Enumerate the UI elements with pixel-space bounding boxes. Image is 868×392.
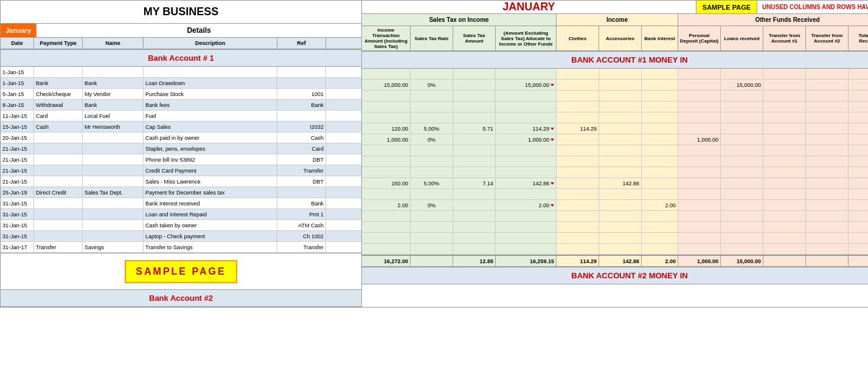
sales-amount-cell — [453, 222, 496, 232]
description-cell: Purchase Stock — [144, 89, 277, 99]
right-panel: JANUARY SAMPLE PAGE UNUSED COLUMNS AND R… — [362, 0, 868, 308]
business-title-text: MY BUSINESS — [144, 5, 219, 18]
loans-received-cell — [721, 156, 763, 167]
personal-deposit-cell — [678, 112, 721, 123]
january-cell: January — [1, 24, 36, 37]
ref-cell: Pmt 1 — [277, 209, 326, 219]
payment-type-cell — [34, 209, 83, 219]
right-january-cell: JANUARY — [362, 1, 696, 13]
sales-tax-amount-subheader: Sales Tax Amount — [453, 26, 496, 50]
description-header-text: Description — [195, 40, 226, 46]
bank-account-1-header: Bank Account # 1 — [1, 49, 361, 67]
table-row: 31-Jan-15 Loan and Interest Repaid Pmt 1 — [1, 209, 361, 220]
date-cell: 15-Jan-15 — [1, 122, 34, 132]
accessories-cell — [599, 112, 642, 123]
bank-interest-cell — [642, 233, 678, 243]
right-table-row — [362, 222, 868, 233]
loans-received-cell — [721, 189, 763, 199]
sales-rate-cell: 0% — [411, 80, 453, 90]
transfer1-cell — [763, 112, 806, 123]
transfer2-cell — [806, 156, 849, 167]
transfer1-cell — [763, 211, 806, 221]
right-table-row — [362, 91, 868, 101]
description-cell: Laptop - Check payment — [144, 231, 277, 241]
total-transfer2 — [806, 256, 849, 266]
table-row: 31-Jan-17 Transfer Savings Transfer to S… — [1, 242, 361, 253]
table-row: 21-Jan-15 Phone bill Inv 53892 DBT — [1, 154, 361, 165]
personal-deposit-label: Personal Deposit (Capital) — [679, 33, 719, 44]
sales-amount-cell — [453, 101, 496, 112]
clothes-cell — [557, 200, 599, 210]
name-cell — [83, 220, 144, 230]
loans-received-cell — [721, 123, 763, 134]
allocate-cell — [496, 167, 557, 177]
accessories-cell — [599, 222, 642, 232]
name-cell: Savings — [83, 242, 144, 252]
ref-cell — [277, 111, 326, 121]
loans-received-cell — [721, 134, 763, 145]
description-header: Description — [144, 38, 277, 49]
accessories-subheader: Accessories — [599, 26, 642, 50]
total-bank-interest: 2.00 — [642, 256, 678, 266]
sales-rate-cell — [411, 244, 453, 254]
date-cell: 21-Jan-15 — [1, 143, 34, 154]
total-sales-amount: 12.85 — [453, 256, 496, 266]
accessories-cell — [599, 69, 642, 79]
personal-deposit-cell — [678, 167, 721, 177]
name-cell — [83, 176, 144, 187]
date-cell: 5-Jan-15 — [1, 89, 34, 99]
name-cell — [83, 165, 144, 176]
bank-interest-cell — [642, 156, 678, 167]
description-cell: Transfer to Savings — [144, 242, 277, 252]
right-table-row — [362, 69, 868, 80]
bank-interest-cell — [642, 80, 678, 90]
personal-deposit-cell — [678, 101, 721, 112]
bank-interest-cell — [642, 244, 678, 254]
total-money-subheader: Total Money Received In — [849, 26, 868, 50]
ref-cell: Card — [277, 143, 326, 154]
transfer1-cell — [763, 101, 806, 112]
transfer2-cell — [806, 189, 849, 199]
allocate-cell — [496, 244, 557, 254]
accessories-cell — [599, 167, 642, 177]
right-table-row — [362, 145, 868, 156]
transfer-from-2-subheader: Transfer from Account #2 — [806, 26, 849, 50]
total-money-cell: 150.00 — [849, 178, 868, 188]
payment-type-header: Payment Type — [34, 38, 83, 49]
right-table-row — [362, 244, 868, 255]
transfer2-cell — [806, 178, 849, 188]
transfer2-cell — [806, 80, 849, 90]
sales-rate-cell — [411, 222, 453, 232]
transfer2-cell — [806, 91, 849, 101]
total-money-cell — [849, 69, 868, 79]
name-cell — [83, 132, 144, 143]
ref-cell: I2032 — [277, 122, 326, 132]
loans-received-cell — [721, 244, 763, 254]
income-trans-cell — [362, 211, 411, 221]
date-cell: 1-Jan-15 — [1, 78, 34, 88]
table-row: 15-Jan-15 Cash Mr Hemsworth Cap Sales I2… — [1, 122, 361, 132]
total-money-cell — [849, 244, 868, 254]
transfer1-cell — [763, 200, 806, 210]
clothes-cell — [557, 233, 599, 243]
income-trans-cell: 2.00 — [362, 200, 411, 210]
name-cell: Bank — [83, 100, 144, 110]
transfer1-cell — [763, 145, 806, 156]
total-money-cell: 120.00 — [849, 123, 868, 134]
loans-received-cell — [721, 69, 763, 79]
total-money-cell: 2.00 — [849, 200, 868, 210]
data-rows-container: 1-Jan-15 1-Jan-15 Bank Bank Loan Drawdow… — [1, 67, 361, 253]
clothes-label: Clothes — [569, 36, 586, 41]
sales-amount-cell: 7.14 — [453, 178, 496, 188]
personal-deposit-cell — [678, 233, 721, 243]
date-header-text: Date — [11, 40, 23, 46]
transfer2-cell — [806, 211, 849, 221]
bank-interest-cell — [642, 123, 678, 134]
sales-rate-cell — [411, 156, 453, 167]
income-trans-cell — [362, 244, 411, 254]
date-cell: 20-Jan-15 — [1, 132, 34, 143]
bank-interest-cell — [642, 101, 678, 112]
description-cell: Cash taken by owner — [144, 220, 277, 230]
table-row: 21-Jan-15 Stapler, pens, envelopes Card — [1, 143, 361, 154]
right-table-row — [362, 189, 868, 200]
